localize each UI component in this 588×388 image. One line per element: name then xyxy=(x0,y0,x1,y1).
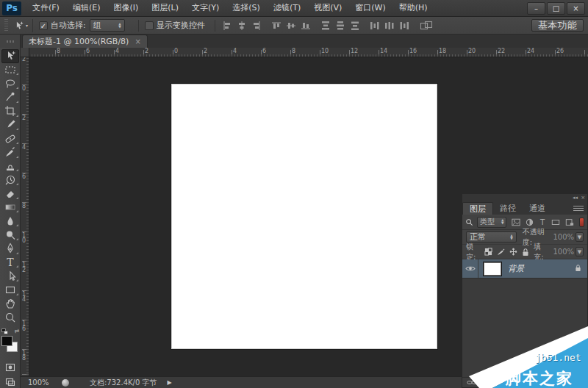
swap-colors-icon[interactable]: ⇄ xyxy=(15,328,20,334)
lasso-tool[interactable] xyxy=(1,76,20,90)
filter-shape-layers-icon[interactable] xyxy=(551,218,560,226)
menu-bar: 文件(F)编辑(E)图像(I)图层(L)文字(Y)选择(S)滤镜(T)视图(V)… xyxy=(26,0,434,16)
align-right-button[interactable] xyxy=(251,20,263,32)
distribute-center-h-button[interactable] xyxy=(384,20,396,32)
minimize-button[interactable]: – xyxy=(527,2,545,15)
clone-stamp-tool[interactable] xyxy=(1,159,20,173)
show-transform-checkbox[interactable]: . xyxy=(145,21,154,30)
lock-pixels-icon[interactable] xyxy=(497,248,505,256)
filter-type-layers-icon[interactable]: T xyxy=(539,218,546,226)
hand-tool[interactable] xyxy=(1,297,20,311)
menu-item[interactable]: 帮助(H) xyxy=(392,0,434,16)
layer-visibility-toggle[interactable] xyxy=(462,259,478,278)
tab-close-icon[interactable]: × xyxy=(135,37,140,46)
document-canvas[interactable] xyxy=(171,84,437,349)
history-brush-tool[interactable] xyxy=(1,173,20,187)
align-top-button[interactable] xyxy=(270,20,283,32)
foreground-color-swatch[interactable] xyxy=(1,336,12,346)
updown-arrows-icon: ▲▼ xyxy=(501,219,503,225)
menu-item[interactable]: 文件(F) xyxy=(26,0,66,16)
filter-adjustment-layers-icon[interactable] xyxy=(526,218,534,226)
lock-position-icon[interactable] xyxy=(509,248,517,256)
toolbar-grip[interactable] xyxy=(0,35,21,48)
menu-item[interactable]: 编辑(E) xyxy=(66,0,107,16)
options-grip[interactable] xyxy=(4,19,8,32)
link-layers-icon[interactable] xyxy=(467,379,477,386)
align-buttons-2 xyxy=(270,20,312,32)
align-center-h-button[interactable] xyxy=(236,20,248,32)
close-button[interactable]: × xyxy=(567,2,585,15)
quick-selection-tool[interactable] xyxy=(1,90,20,104)
dodge-tool[interactable] xyxy=(1,228,20,242)
opacity-caret-icon[interactable]: ▼ xyxy=(576,232,584,242)
zoom-level-field[interactable]: 100% xyxy=(28,378,62,387)
maximize-button[interactable]: □ xyxy=(547,2,565,15)
default-colors-icon[interactable] xyxy=(1,328,8,334)
panel-menu-icon[interactable] xyxy=(573,206,584,212)
separator xyxy=(215,20,215,32)
ruler-origin-box[interactable] xyxy=(21,48,29,57)
menu-item[interactable]: 窗口(W) xyxy=(348,0,392,16)
pen-tool[interactable] xyxy=(1,242,20,256)
auto-align-layers-button[interactable] xyxy=(418,20,434,32)
rectangle-tool[interactable] xyxy=(1,283,20,297)
tab-paths[interactable]: 路径 xyxy=(493,202,523,215)
zoom-tool[interactable] xyxy=(1,310,20,324)
menu-item[interactable]: 图层(L) xyxy=(145,0,185,16)
eraser-tool[interactable] xyxy=(1,187,20,201)
tab-channels[interactable]: 通道 xyxy=(523,202,552,215)
type-tool[interactable]: T xyxy=(1,256,20,270)
path-selection-tool[interactable] xyxy=(1,269,20,283)
menu-item[interactable]: 视图(V) xyxy=(307,0,348,16)
tool-preset-picker[interactable]: ▾ xyxy=(12,19,33,32)
distribute-right-button[interactable] xyxy=(398,20,411,32)
layer-thumbnail[interactable] xyxy=(483,262,502,276)
filter-pixel-layers-icon[interactable] xyxy=(512,218,520,226)
screen-mode-button[interactable] xyxy=(1,374,20,388)
quick-mask-mode-button[interactable] xyxy=(1,361,20,375)
layer-name[interactable]: 背景 xyxy=(508,263,524,274)
svg-text:T: T xyxy=(539,218,545,226)
distribute-top-button[interactable] xyxy=(320,20,332,32)
crop-tool[interactable] xyxy=(1,104,20,118)
auto-select-dropdown[interactable]: 组 ▲▼ xyxy=(90,19,125,32)
move-tool[interactable] xyxy=(1,49,19,63)
workspace-switcher-button[interactable]: 基本功能 xyxy=(531,19,584,32)
status-expand-icon[interactable]: ▶ xyxy=(167,379,171,386)
brush-tool[interactable] xyxy=(1,146,20,159)
grip-dots-icon xyxy=(7,40,14,43)
menu-item[interactable]: 图像(I) xyxy=(107,0,145,16)
eyedropper-tool[interactable] xyxy=(1,118,20,132)
auto-select-checkbox[interactable]: ✓ xyxy=(39,21,48,30)
lock-all-icon[interactable] xyxy=(522,248,529,256)
document-tab[interactable]: 未标题-1 @ 100%(RGB/8) × xyxy=(22,35,148,48)
lock-row: 锁定: 填充: 100% ▼ xyxy=(462,245,587,259)
rectangular-marquee-tool[interactable] xyxy=(1,63,20,77)
align-center-v-button[interactable] xyxy=(285,20,298,32)
tab-layers[interactable]: 图层 xyxy=(462,202,493,215)
filter-type-dropdown[interactable]: 类型 ▲▼ xyxy=(477,217,506,228)
distribute-left-button[interactable] xyxy=(369,20,381,32)
gradient-tool[interactable] xyxy=(1,201,20,215)
fill-value[interactable]: 100% xyxy=(553,248,574,256)
vertical-ruler[interactable]: 202468101214161820 xyxy=(21,57,29,376)
menu-item[interactable]: 选择(S) xyxy=(226,0,267,16)
foreground-background-swatches[interactable]: ⇄ xyxy=(1,334,19,356)
distribute-center-v-button[interactable] xyxy=(334,20,347,32)
collapse-panel-icon[interactable]: ◂◂ xyxy=(573,195,578,201)
fill-caret-icon[interactable]: ▼ xyxy=(576,247,584,256)
filter-on-off-switch[interactable] xyxy=(579,218,584,227)
opacity-value[interactable]: 100% xyxy=(553,233,574,241)
align-left-button[interactable] xyxy=(221,20,234,32)
menu-item[interactable]: 文字(Y) xyxy=(185,0,226,16)
blur-tool[interactable] xyxy=(1,214,20,228)
spot-healing-brush-tool[interactable] xyxy=(1,132,20,146)
menu-item[interactable]: 滤镜(T) xyxy=(267,0,307,16)
lock-transparency-icon[interactable] xyxy=(484,248,492,256)
distribute-bottom-button[interactable] xyxy=(349,20,362,32)
filter-smart-objects-icon[interactable] xyxy=(565,218,574,226)
align-bottom-button[interactable] xyxy=(300,20,312,32)
close-panel-icon[interactable]: × xyxy=(581,195,585,201)
layer-row[interactable]: 背景 xyxy=(462,259,587,279)
horizontal-ruler[interactable]: 864202468101214161820222426 xyxy=(29,48,588,57)
